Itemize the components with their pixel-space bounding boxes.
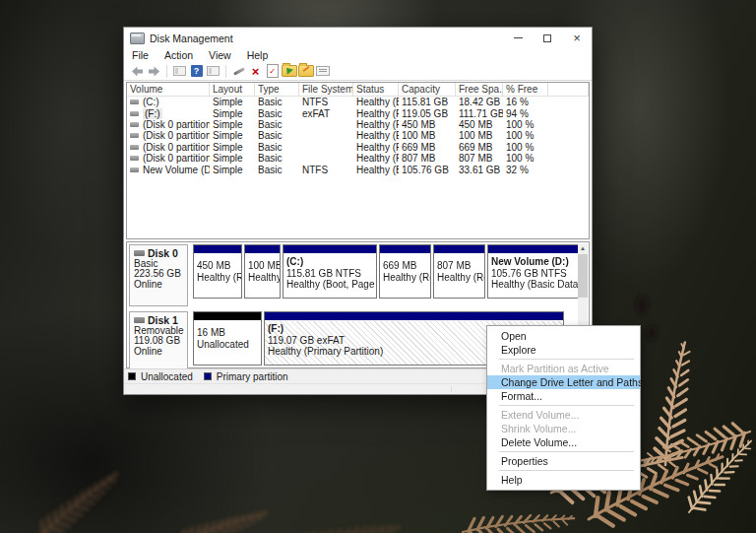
- folder-refresh-icon[interactable]: [281, 63, 297, 79]
- partition-669mb[interactable]: 669 MBHealthy (Rec: [379, 244, 431, 299]
- disk0-row: Disk 0 Basic 223.56 GB Online 450 MBHeal…: [129, 244, 576, 306]
- partition-color-bar: [488, 245, 578, 254]
- titlebar: Disk Management ×: [124, 28, 592, 48]
- menu-item-open[interactable]: Open: [487, 329, 640, 343]
- folder-edit-icon[interactable]: [297, 63, 314, 79]
- column-type[interactable]: Type: [255, 83, 299, 96]
- volume-list: Volume Layout Type File System Status Ca…: [126, 82, 590, 239]
- volume-icon: [130, 156, 139, 161]
- scrollbar-thumb[interactable]: [578, 254, 588, 298]
- legend-label: Unallocated: [141, 371, 193, 382]
- volume-icon: [130, 145, 139, 150]
- minimize-button[interactable]: [503, 28, 533, 48]
- menu-view[interactable]: View: [201, 49, 239, 61]
- partition-d[interactable]: New Volume (D:)105.76 GB NTFSHealthy (Ba…: [487, 244, 579, 299]
- legend-swatch-primary: [204, 372, 212, 380]
- partition-450mb[interactable]: 450 MBHealthy (Rec: [193, 244, 242, 299]
- partition-color-bar: [434, 245, 484, 254]
- table-row[interactable]: New Volume (D:) Simple Basic NTFS Health…: [127, 164, 589, 174]
- delete-icon[interactable]: ×: [247, 63, 264, 79]
- column-status[interactable]: Status: [353, 83, 399, 96]
- partition-100mb[interactable]: 100 MBHealthy: [244, 244, 281, 299]
- volume-icon: [130, 133, 139, 138]
- menu-item-delete-volume[interactable]: Delete Volume...: [487, 435, 640, 449]
- partition-807mb[interactable]: 807 MBHealthy (Recc: [433, 244, 485, 299]
- partition-color-bar: [380, 245, 430, 254]
- column-capacity[interactable]: Capacity: [399, 83, 456, 96]
- partition-c[interactable]: (C:)115.81 GB NTFSHealthy (Boot, Page Fi…: [283, 244, 377, 299]
- menu-bar: File Action View Help: [124, 48, 592, 62]
- maximize-icon: [543, 34, 551, 42]
- menu-file[interactable]: File: [124, 49, 157, 61]
- volume-icon: [130, 111, 139, 116]
- menu-action[interactable]: Action: [157, 49, 201, 61]
- details-icon[interactable]: [314, 63, 331, 79]
- menu-help[interactable]: Help: [239, 49, 277, 61]
- disk-icon: [134, 250, 145, 256]
- action-pane-icon[interactable]: [205, 63, 221, 79]
- menu-item-extend-volume: Extend Volume...: [487, 408, 640, 422]
- table-row[interactable]: (Disk 0 partition 1) Simple Basic Health…: [127, 119, 589, 130]
- tool-icon[interactable]: [230, 63, 247, 79]
- window-controls: ×: [503, 28, 592, 48]
- partition-color-bar: [194, 312, 261, 321]
- menu-item-shrink-volume: Shrink Volume...: [487, 422, 640, 435]
- console-tree-icon[interactable]: [171, 63, 188, 79]
- disk-icon: [134, 317, 145, 323]
- forward-icon[interactable]: [146, 63, 162, 79]
- column-layout[interactable]: Layout: [210, 83, 255, 96]
- scroll-up-icon[interactable]: ▲: [578, 243, 588, 253]
- close-button[interactable]: ×: [562, 28, 592, 48]
- menu-item-properties[interactable]: Properties: [487, 454, 640, 468]
- close-icon: ×: [573, 32, 581, 44]
- toolbar-separator: [225, 65, 226, 78]
- context-menu: Open Explore Mark Partition as Active Ch…: [486, 325, 641, 491]
- volume-icon: [130, 122, 139, 127]
- disk1-label[interactable]: Disk 1 Removable 119.08 GB Online: [129, 311, 188, 373]
- menu-item-explore[interactable]: Explore: [487, 343, 640, 357]
- column-empty: [548, 83, 589, 96]
- toolbar: ? × ✓: [124, 62, 592, 81]
- menu-separator: [499, 359, 634, 360]
- legend-label: Primary partition: [217, 371, 288, 382]
- table-row[interactable]: (Disk 0 partition 2) Simple Basic Health…: [127, 130, 589, 141]
- help-icon[interactable]: ?: [188, 63, 205, 79]
- table-row[interactable]: (C:) Simple Basic NTFS Healthy (B... 115…: [127, 97, 589, 107]
- app-icon: [130, 33, 145, 44]
- volume-icon: [130, 100, 139, 104]
- window-title: Disk Management: [150, 33, 233, 44]
- check-doc-icon[interactable]: ✓: [264, 63, 281, 79]
- minimize-icon: [514, 37, 523, 38]
- partition-unallocated[interactable]: 16 MBUnallocated: [193, 311, 262, 366]
- status-bar-divider: [451, 386, 452, 392]
- volume-list-header: Volume Layout Type File System Status Ca…: [127, 83, 589, 97]
- disk0-label[interactable]: Disk 0 Basic 223.56 GB Online: [129, 244, 188, 306]
- back-icon[interactable]: [129, 63, 146, 79]
- menu-separator: [499, 470, 634, 471]
- maximize-button[interactable]: [533, 28, 562, 48]
- partition-color-bar: [194, 245, 241, 254]
- column-volume[interactable]: Volume: [127, 83, 210, 96]
- column-file-system[interactable]: File System: [299, 83, 353, 96]
- partition-color-bar: [245, 245, 280, 254]
- menu-separator: [499, 405, 634, 406]
- table-row[interactable]: (Disk 0 partition 5) Simple Basic Health…: [127, 142, 589, 153]
- partition-color-bar: [284, 245, 376, 254]
- menu-item-help[interactable]: Help: [487, 473, 640, 487]
- volume-icon: [130, 167, 139, 172]
- menu-item-format[interactable]: Format...: [487, 389, 640, 403]
- menu-item-change-drive-letter[interactable]: Change Drive Letter and Paths...: [487, 375, 640, 389]
- disk0-partitions: 450 MBHealthy (Rec 100 MBHealthy (C:)115…: [193, 244, 576, 306]
- table-row[interactable]: (Disk 0 partition 6) Simple Basic Health…: [127, 153, 589, 164]
- legend-swatch-unallocated: [128, 372, 136, 380]
- partition-color-bar: [265, 312, 563, 321]
- column-pct-free[interactable]: % Free: [503, 83, 548, 96]
- column-free-space[interactable]: Free Spa...: [456, 83, 503, 96]
- table-row-selected[interactable]: (F:) Simple Basic exFAT Healthy (P... 11…: [127, 107, 589, 118]
- menu-item-mark-partition-active: Mark Partition as Active: [487, 362, 640, 375]
- menu-separator: [499, 451, 634, 452]
- toolbar-separator: [166, 65, 167, 78]
